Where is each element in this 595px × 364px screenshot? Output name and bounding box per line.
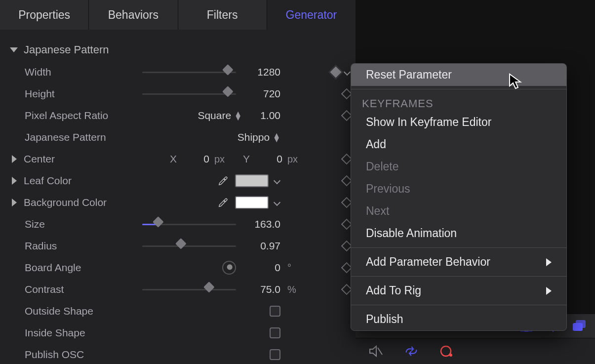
contrast-value[interactable]: 75.0 [241,283,280,295]
menu-add-parameter-behavior[interactable]: Add Parameter Behavior [351,251,566,273]
menu-section-keyframes: KEYFRAMES [351,92,566,111]
param-row-center: Center X 0 px Y 0 px [10,148,351,170]
param-label: Contrast [25,283,123,295]
inspector-panel: Properties Behaviors Filters Generator J… [0,0,356,364]
osc-checkbox[interactable] [270,349,280,360]
param-row-board-angle: Board Angle 0 ° [10,257,351,279]
param-row-width: Width 1280 [10,61,351,83]
disclosure-right-icon[interactable] [12,199,17,206]
menu-next: Next [351,200,566,222]
par-select-value: Square [198,110,231,121]
color-menu-icon[interactable] [274,199,280,206]
param-label: Japanese Pattern [25,131,123,143]
param-label: Pixel Aspect Ratio [25,110,123,121]
angle-value[interactable]: 0 [241,262,280,274]
center-x-value[interactable]: 0 [180,153,209,165]
outside-checkbox[interactable] [270,306,280,317]
menu-show-in-keyframe-editor[interactable]: Show In Keyframe Editor [351,111,566,133]
stack-icon[interactable] [572,319,587,333]
contrast-unit: % [287,284,301,295]
disclosure-right-icon[interactable] [12,155,17,163]
tab-properties[interactable]: Properties [0,0,89,30]
menu-add-to-rig[interactable]: Add To Rig [351,280,566,302]
width-slider[interactable] [142,67,236,77]
menu-add[interactable]: Add [351,133,566,156]
animation-menu-icon[interactable] [344,69,351,76]
updown-icon: ▲▼ [273,133,280,142]
param-row-inside-shape: Inside Shape [10,322,351,344]
timing-toolbar [356,338,595,364]
parameter-list: Japanese Pattern Width 1280 Height [0,30,356,364]
updown-icon: ▲▼ [234,111,242,120]
height-slider[interactable] [142,89,236,99]
group-title: Japanese Pattern [24,43,109,56]
radius-slider[interactable] [142,241,236,251]
param-label: Center [24,153,111,165]
submenu-arrow-icon [546,287,552,295]
menu-reset-parameter[interactable]: Reset Parameter [351,64,566,86]
param-row-contrast: Contrast 75.0 % [10,279,351,300]
size-slider[interactable] [142,219,236,229]
par-select[interactable]: Square ▲▼ [198,110,242,121]
menu-separator [351,305,566,305]
param-label: Height [25,88,123,100]
param-label: Background Color [24,197,111,208]
center-y-value[interactable]: 0 [253,153,282,165]
menu-item-label: Add Parameter Behavior [366,255,490,269]
tab-generator[interactable]: Generator [267,0,356,30]
tab-behaviors[interactable]: Behaviors [89,0,178,30]
param-row-par: Pixel Aspect Ratio Square ▲▼ 1.00 [10,105,351,126]
disclosure-right-icon[interactable] [12,177,17,185]
menu-publish[interactable]: Publish [351,308,566,330]
group-japanese-pattern[interactable]: Japanese Pattern [10,43,351,56]
record-icon[interactable] [439,344,454,359]
param-label: Width [25,66,123,78]
x-label: X [170,153,177,165]
angle-unit: ° [287,262,301,274]
keyframe-icon[interactable] [330,67,342,78]
animation-context-menu: Reset Parameter KEYFRAMES Show In Keyfra… [351,63,567,331]
menu-disable-animation[interactable]: Disable Animation [351,222,566,244]
eyedropper-icon[interactable] [216,196,230,209]
param-row-bg-color: Background Color [10,192,351,213]
inside-checkbox[interactable] [270,327,280,338]
menu-separator [351,276,566,277]
y-label: Y [243,153,250,165]
param-label: Publish OSC [25,349,123,361]
menu-previous: Previous [351,178,566,200]
par-value[interactable]: 1.00 [247,110,280,121]
param-row-leaf-color: Leaf Color [10,170,351,192]
param-row-outside-shape: Outside Shape [10,300,351,322]
x-unit: px [214,154,228,165]
param-row-publish-osc: Publish OSC [10,344,351,364]
pattern-select[interactable]: Shippo ▲▼ [238,131,280,143]
bg-color-well[interactable] [235,196,269,209]
angle-dial[interactable] [222,261,236,275]
menu-separator [351,89,566,89]
param-label: Leaf Color [24,175,111,187]
param-row-radius: Radius 0.97 [10,235,351,257]
size-value[interactable]: 163.0 [241,218,280,230]
contrast-slider[interactable] [142,284,236,294]
width-value[interactable]: 1280 [241,66,280,78]
svg-point-23 [449,354,452,357]
param-row-pattern: Japanese Pattern Shippo ▲▼ [10,126,351,148]
menu-separator [351,247,566,248]
tab-filters[interactable]: Filters [178,0,267,30]
submenu-arrow-icon [546,258,552,266]
color-menu-icon[interactable] [274,177,280,184]
radius-value[interactable]: 0.97 [241,240,280,252]
param-label: Radius [25,240,123,252]
menu-delete: Delete [351,156,566,178]
eyedropper-icon[interactable] [216,174,230,188]
param-label: Size [25,218,123,230]
param-label: Outside Shape [25,305,123,317]
loop-icon[interactable] [404,344,419,359]
param-row-height: Height 720 [10,83,351,105]
mute-icon[interactable] [368,344,383,359]
inspector-tabs: Properties Behaviors Filters Generator [0,0,356,30]
pattern-select-value: Shippo [238,131,270,143]
leaf-color-well[interactable] [235,174,269,187]
param-label: Board Angle [25,262,123,274]
height-value[interactable]: 720 [241,88,280,100]
